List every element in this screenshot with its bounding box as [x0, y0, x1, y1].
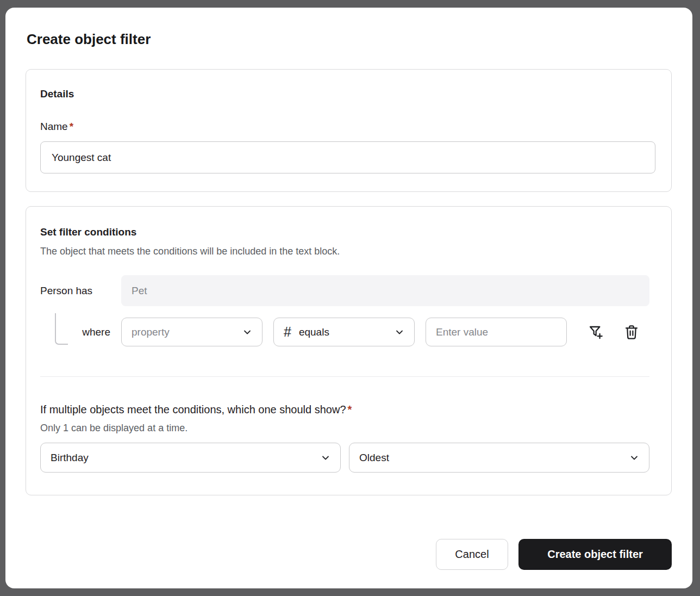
chevron-down-icon: [628, 452, 640, 464]
branch-connector-line: [55, 313, 68, 345]
object-row: Person has Pet: [40, 275, 649, 306]
sort-row: Birthday Oldest: [40, 443, 649, 473]
condition-value-input[interactable]: [426, 318, 567, 346]
hash-icon: #: [284, 325, 291, 339]
property-select[interactable]: property: [121, 318, 262, 346]
sort-property-select[interactable]: Birthday: [40, 443, 341, 473]
object-row-label: Person has: [40, 285, 121, 297]
name-label-text: Name: [40, 121, 68, 132]
sort-order-select[interactable]: Oldest: [349, 443, 649, 473]
chevron-down-icon: [393, 326, 405, 338]
name-input[interactable]: [40, 141, 655, 173]
create-object-filter-dialog: Create object filter Details Name* Set f…: [5, 8, 692, 588]
selection-note: Only 1 can be displayed at a time.: [40, 421, 649, 434]
sort-property-value: Birthday: [51, 452, 320, 464]
sort-order-value: Oldest: [359, 452, 628, 464]
condition-row: where property # equals: [40, 318, 649, 346]
object-value-text: Pet: [132, 285, 147, 297]
property-select-value: property: [132, 326, 241, 338]
chevron-down-icon: [241, 326, 253, 338]
operator-select[interactable]: # equals: [273, 318, 415, 346]
required-asterisk: *: [70, 121, 73, 132]
selection-question-text: If multiple objects meet the conditions,…: [40, 403, 346, 415]
details-heading: Details: [40, 87, 655, 101]
delete-condition-button[interactable]: [622, 323, 641, 342]
details-card: Details Name*: [26, 69, 672, 192]
object-value-field: Pet: [121, 275, 649, 306]
section-divider: [40, 376, 649, 377]
required-asterisk: *: [348, 403, 352, 415]
operator-select-value: equals: [299, 326, 393, 338]
conditions-description: The object that meets the conditions wil…: [40, 245, 649, 258]
name-label: Name*: [40, 121, 655, 133]
chevron-down-icon: [320, 452, 332, 464]
conditions-card: Set filter conditions The object that me…: [26, 206, 672, 495]
dialog-backdrop: Create object filter Details Name* Set f…: [0, 0, 700, 596]
trash-icon: [623, 324, 640, 341]
dialog-footer: Cancel Create object filter: [26, 539, 672, 570]
filter-plus-icon: [587, 324, 604, 341]
conditions-heading: Set filter conditions: [40, 225, 649, 239]
selection-question: If multiple objects meet the conditions,…: [40, 402, 649, 417]
create-object-filter-button[interactable]: Create object filter: [518, 539, 672, 570]
cancel-button[interactable]: Cancel: [436, 539, 508, 570]
where-label-col: where: [40, 326, 121, 338]
dialog-title: Create object filter: [27, 30, 672, 48]
add-filter-button[interactable]: [586, 323, 605, 342]
where-label: where: [82, 326, 110, 338]
